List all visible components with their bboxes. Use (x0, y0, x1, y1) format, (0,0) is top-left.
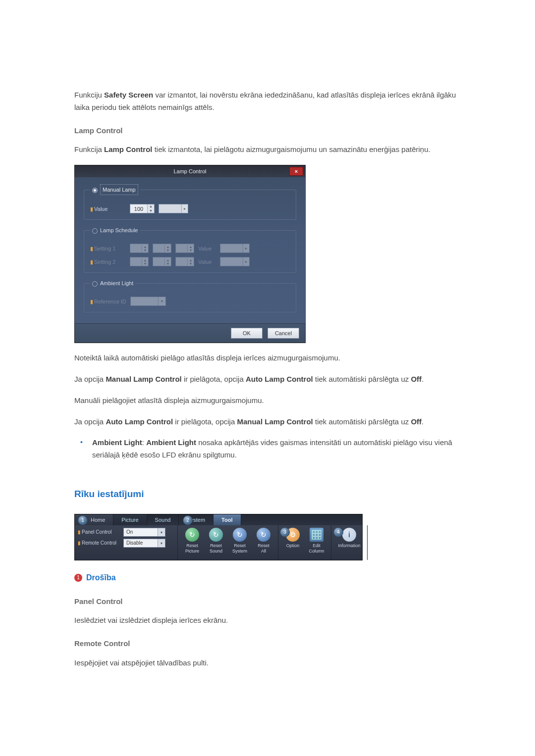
ambient-light-bullet: Ambient Light: Ambient Light nosaka apkā… (74, 437, 461, 461)
setting1-ampm: ▲▼ (175, 244, 194, 253)
lamp-schedule-group: Lamp Schedule ▮Setting 1 ▲▼ ▲▼ ▲▼ Value … (84, 226, 296, 273)
radio-icon[interactable] (92, 281, 98, 287)
reset-system-button[interactable]: ↻ResetSystem (228, 528, 251, 557)
setting1-value-label: Value (198, 244, 216, 253)
setting1-min: ▲▼ (153, 244, 171, 253)
panel-control-text: Ieslēdziet vai izslēdziet displeja ierīc… (74, 614, 461, 627)
manual-lamp-group: Manual Lamp ▮Value ▲▼ ▸ (84, 184, 296, 220)
grid-icon (310, 528, 323, 542)
security-heading: 1 Drošība (74, 571, 461, 584)
chevron-up-icon[interactable]: ▲ (148, 204, 154, 209)
reset-icon: ↻ (257, 528, 270, 542)
remote-control-select[interactable]: Disable▾ (123, 539, 165, 548)
cancel-button[interactable]: Cancel (268, 328, 299, 339)
setting2-hour: ▲▼ (130, 257, 149, 266)
info-icon: i (342, 528, 356, 542)
tab-tool[interactable]: Tool (214, 514, 241, 525)
reference-id-select: ▾ (130, 297, 166, 306)
manual-adjust-text: Manuāli pielāgojiet atlasītā displeja ai… (74, 395, 461, 407)
setting2-label: Setting 2 (94, 259, 115, 265)
security-group: ▮Panel Control On▾ ▮Remote Control Disab… (75, 525, 178, 560)
auto-adjust-text: Noteiktā laikā automātiski pielāgo atlas… (74, 352, 461, 364)
badge-1: 1 (74, 574, 82, 582)
tool-ribbon: 1 2 3 4 Home Picture Sound System Tool ▮… (74, 514, 363, 560)
chevron-down-icon: ▾ (158, 539, 165, 547)
reset-icon: ↻ (209, 528, 223, 542)
edit-column-button[interactable]: EditColumn (305, 528, 328, 557)
setting2-ampm: ▲▼ (175, 257, 194, 266)
setting1-value: ▸ (220, 244, 250, 253)
tool-settings-heading: Rīku iestatījumi (74, 486, 461, 502)
setting1-hour: ▲▼ (130, 244, 149, 253)
setting2-value-label: Value (198, 257, 216, 266)
reset-group: ↻ResetPicture ↻ResetSound ↻ResetSystem ↻… (178, 525, 278, 560)
lamp-control-paragraph: Funkcija Lamp Control tiek izmantota, la… (74, 144, 461, 156)
remote-control-label: Remote Control (82, 540, 116, 546)
reset-icon: ↻ (185, 528, 199, 542)
manual-lamp-legend[interactable]: Manual Lamp (100, 184, 138, 195)
value-spinner[interactable]: ▲▼ (130, 204, 155, 213)
value-label: Value (94, 206, 107, 212)
dialog-title: Lamp Control (173, 167, 206, 176)
lamp-schedule-legend: Lamp Schedule (100, 227, 138, 233)
reset-icon: ↻ (233, 528, 247, 542)
manual-lamp-note: Ja opcija Manual Lamp Control ir pielāgo… (74, 373, 461, 386)
ambient-light-group: Ambient Light ▮Reference ID ▾ (84, 279, 296, 312)
chevron-down-icon[interactable]: ▼ (148, 209, 154, 213)
tab-sound[interactable]: Sound (147, 514, 179, 525)
ambient-light-legend: Ambient Light (100, 280, 133, 286)
value-input[interactable] (130, 204, 147, 213)
auto-lamp-note: Ja opcija Auto Lamp Control ir pielāgota… (74, 416, 461, 428)
tab-picture[interactable]: Picture (113, 514, 147, 525)
radio-icon[interactable] (92, 188, 98, 193)
panel-control-label: Panel Control (82, 529, 112, 535)
value-side-button[interactable]: ▸ (159, 204, 188, 213)
radio-icon[interactable] (92, 228, 98, 234)
reference-id-label: Reference ID (94, 299, 126, 304)
panel-control-select[interactable]: On▾ (123, 528, 165, 537)
setting2-min: ▲▼ (153, 257, 171, 266)
lamp-control-heading: Lamp Control (74, 125, 461, 137)
setting2-value: ▸ (220, 257, 250, 266)
close-icon[interactable]: × (289, 167, 303, 176)
panel-control-subheading: Panel Control (74, 596, 461, 608)
dialog-titlebar: Lamp Control × (75, 165, 305, 177)
reset-all-button[interactable]: ↻ResetAll (252, 528, 275, 557)
intro-paragraph: Funkciju Safety Screen var izmantot, lai… (74, 89, 461, 114)
chevron-down-icon: ▾ (158, 528, 165, 536)
reset-sound-button[interactable]: ↻ResetSound (205, 528, 227, 557)
remote-control-subheading: Remote Control (74, 638, 461, 650)
ok-button[interactable]: OK (231, 328, 263, 339)
reset-picture-button[interactable]: ↻ResetPicture (181, 528, 204, 557)
setting1-label: Setting 1 (94, 246, 115, 252)
lamp-control-dialog: Lamp Control × Manual Lamp ▮Value ▲▼ ▸ (74, 165, 306, 343)
remote-control-text: Iespējojiet vai atspējojiet tālvadības p… (74, 657, 461, 669)
